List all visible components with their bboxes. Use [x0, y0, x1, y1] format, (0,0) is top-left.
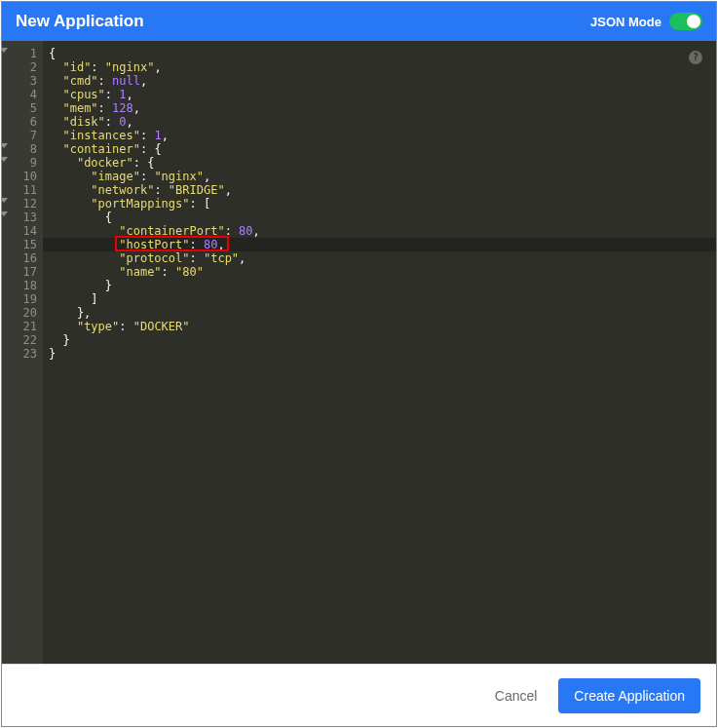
dialog-header: New Application JSON Mode: [2, 2, 716, 41]
line-number: 12: [2, 197, 37, 211]
code-line[interactable]: "hostPort": 80,: [49, 238, 716, 251]
code-line[interactable]: "protocol": "tcp",: [49, 251, 716, 265]
dialog-title: New Application: [16, 12, 144, 31]
code-line[interactable]: "network": "BRIDGE",: [49, 183, 716, 197]
code-line[interactable]: "mem": 128,: [49, 101, 716, 115]
line-number: 14: [2, 224, 37, 238]
json-mode-label: JSON Mode: [590, 15, 661, 29]
cancel-button[interactable]: Cancel: [479, 678, 553, 713]
code-line[interactable]: "containerPort": 80,: [49, 224, 716, 238]
line-number: 5: [2, 101, 37, 115]
code-line[interactable]: {: [49, 211, 716, 224]
line-number: 15: [2, 238, 37, 251]
line-number: 16: [2, 251, 37, 265]
json-mode-control: JSON Mode: [590, 13, 702, 30]
create-application-button[interactable]: Create Application: [558, 678, 700, 713]
line-number: 7: [2, 129, 37, 142]
code-line[interactable]: ]: [49, 292, 716, 306]
line-number-gutter: 1234567891011121314151617181920212223: [2, 41, 43, 664]
line-number: 10: [2, 170, 37, 183]
json-mode-toggle[interactable]: [669, 13, 702, 30]
fold-icon[interactable]: [2, 211, 8, 216]
line-number: 18: [2, 279, 37, 292]
line-number: 17: [2, 265, 37, 279]
code-line[interactable]: "image": "nginx",: [49, 170, 716, 183]
toggle-knob: [687, 15, 700, 28]
fold-icon[interactable]: [2, 198, 8, 203]
code-line[interactable]: }: [49, 279, 716, 292]
line-number: 1: [2, 47, 37, 60]
line-number: 21: [2, 320, 37, 333]
code-line[interactable]: "portMappings": [: [49, 197, 716, 211]
code-line[interactable]: "type": "DOCKER": [49, 320, 716, 333]
code-line[interactable]: "name": "80": [49, 265, 716, 279]
json-editor[interactable]: 1234567891011121314151617181920212223 { …: [2, 41, 716, 664]
code-line[interactable]: }: [49, 333, 716, 347]
line-number: 8: [2, 142, 37, 156]
fold-icon[interactable]: [2, 143, 8, 148]
help-icon[interactable]: ?: [689, 51, 702, 64]
code-line[interactable]: "docker": {: [49, 156, 716, 170]
line-number: 2: [2, 60, 37, 74]
line-number: 19: [2, 292, 37, 306]
code-line[interactable]: },: [49, 306, 716, 320]
line-number: 20: [2, 306, 37, 320]
line-number: 11: [2, 183, 37, 197]
code-area[interactable]: { "id": "nginx", "cmd": null, "cpus": 1,…: [43, 41, 716, 664]
code-line[interactable]: "cpus": 1,: [49, 88, 716, 101]
line-number: 4: [2, 88, 37, 101]
line-number: 22: [2, 333, 37, 347]
code-line[interactable]: "instances": 1,: [49, 129, 716, 142]
dialog-footer: Cancel Create Application: [2, 664, 716, 726]
new-application-dialog: New Application JSON Mode 12345678910111…: [1, 1, 717, 727]
line-number: 3: [2, 74, 37, 88]
fold-icon[interactable]: [2, 157, 8, 162]
code-line[interactable]: "container": {: [49, 142, 716, 156]
code-line[interactable]: {: [49, 47, 716, 60]
line-number: 9: [2, 156, 37, 170]
line-number: 6: [2, 115, 37, 129]
code-line[interactable]: "id": "nginx",: [49, 60, 716, 74]
code-line[interactable]: "cmd": null,: [49, 74, 716, 88]
code-line[interactable]: "disk": 0,: [49, 115, 716, 129]
fold-icon[interactable]: [2, 48, 8, 53]
line-number: 13: [2, 211, 37, 224]
line-number: 23: [2, 347, 37, 361]
code-line[interactable]: }: [49, 347, 716, 361]
